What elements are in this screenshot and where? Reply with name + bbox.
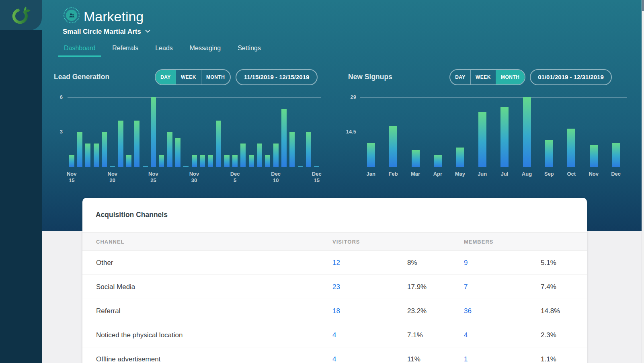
scrollbar-thumb[interactable] bbox=[642, 0, 644, 11]
table-row: Noticed the physical location47.1%42.3% bbox=[82, 323, 587, 347]
x-axis-label: Dec5 bbox=[222, 171, 248, 184]
visitors-count-link[interactable]: 4 bbox=[332, 331, 336, 339]
x-axis-label: Nov30 bbox=[181, 171, 207, 184]
lead-toggle-month[interactable]: MONTH bbox=[201, 70, 230, 84]
lead-interval-toggle: DAY WEEK MONTH bbox=[155, 69, 231, 85]
x-axis-label: May bbox=[447, 171, 473, 177]
acquisition-channels-title: Acquisition Channels bbox=[96, 211, 168, 219]
sidebar bbox=[0, 30, 42, 363]
x-axis-label: Jul bbox=[492, 171, 517, 177]
x-axis-label: Dec10 bbox=[263, 171, 289, 184]
members-count: 7 bbox=[464, 275, 468, 299]
x-axis-label: Sep bbox=[536, 171, 562, 177]
bar bbox=[523, 97, 531, 167]
visitors-count: 4 bbox=[332, 323, 336, 347]
members-count-link[interactable]: 7 bbox=[464, 283, 468, 291]
bar bbox=[240, 144, 246, 167]
section-tabs: Dashboard Referrals Leads Messaging Sett… bbox=[55, 41, 269, 57]
bar bbox=[289, 132, 295, 167]
marketing-section-icon bbox=[64, 7, 80, 23]
members-percent: 2.3% bbox=[541, 323, 556, 347]
lead-toggle-day[interactable]: DAY bbox=[156, 70, 176, 84]
bar bbox=[590, 145, 598, 167]
members-count-link[interactable]: 1 bbox=[464, 355, 468, 363]
members-count-link[interactable]: 9 bbox=[464, 259, 468, 267]
lead-y-tick-3: 3 bbox=[47, 129, 63, 135]
bar bbox=[200, 155, 205, 167]
members-count-link[interactable]: 4 bbox=[464, 331, 468, 339]
members-count: 4 bbox=[464, 323, 468, 347]
page-scrollbar[interactable] bbox=[642, 0, 644, 363]
visitors-percent: 17.9% bbox=[407, 275, 427, 299]
lead-date-range-button[interactable]: 11/15/2019 - 12/15/2019 bbox=[236, 69, 318, 85]
tab-referrals[interactable]: Referrals bbox=[104, 41, 147, 57]
bar bbox=[265, 155, 270, 167]
table-body: Other128%95.1%Social Media2317.9%77.4%Re… bbox=[82, 251, 587, 363]
bar bbox=[110, 166, 115, 167]
tab-messaging[interactable]: Messaging bbox=[181, 41, 229, 57]
lead-generation-chart: Nov15Nov20Nov25Nov30Dec5Dec10Dec15 bbox=[68, 97, 321, 167]
signups-toggle-week[interactable]: WEEK bbox=[470, 70, 496, 84]
visitors-percent: 11% bbox=[407, 347, 420, 363]
x-axis-label: Feb bbox=[380, 171, 406, 177]
bar bbox=[306, 132, 311, 167]
acquisition-channels-card: Acquisition Channels CHANNEL VISITORS ME… bbox=[82, 198, 587, 363]
column-header-visitors: VISITORS bbox=[332, 233, 360, 251]
bar bbox=[208, 155, 213, 167]
signups-toggle-day[interactable]: DAY bbox=[450, 70, 470, 84]
members-percent: 14.8% bbox=[541, 299, 560, 323]
bar bbox=[118, 121, 123, 167]
organization-name: Small Circle Martial Arts bbox=[63, 28, 141, 35]
x-axis-label: Nov20 bbox=[100, 171, 125, 184]
bar bbox=[389, 126, 397, 167]
lead-generation-title: Lead Generation bbox=[54, 73, 109, 81]
members-count: 1 bbox=[464, 347, 468, 363]
table-row: Other128%95.1% bbox=[82, 251, 587, 275]
column-header-members: MEMBERS bbox=[464, 233, 493, 251]
bar bbox=[456, 148, 464, 167]
x-axis-label: Aug bbox=[514, 171, 540, 177]
visitors-count-link[interactable]: 12 bbox=[332, 259, 340, 267]
tab-settings[interactable]: Settings bbox=[229, 41, 269, 57]
visitors-count-link[interactable]: 23 bbox=[332, 283, 340, 291]
members-percent: 1.1% bbox=[541, 347, 556, 363]
table-row: Social Media2317.9%77.4% bbox=[82, 275, 587, 299]
bar bbox=[224, 155, 230, 167]
x-axis-label: Dec bbox=[603, 171, 629, 177]
bar bbox=[159, 155, 164, 167]
chevron-down-icon bbox=[145, 28, 150, 33]
members-count-link[interactable]: 36 bbox=[464, 307, 472, 315]
bar bbox=[183, 166, 189, 167]
tab-dashboard[interactable]: Dashboard bbox=[55, 41, 104, 57]
visitors-count-link[interactable]: 18 bbox=[332, 307, 340, 315]
lead-y-tick-6: 6 bbox=[47, 94, 63, 100]
visitors-count-link[interactable]: 4 bbox=[332, 355, 336, 363]
channel-name: Referral bbox=[96, 299, 120, 323]
x-axis-label: Nov25 bbox=[140, 171, 166, 184]
leaf-circle-logo-icon bbox=[9, 4, 33, 27]
table-row: Offline advertisement411%11.1% bbox=[82, 347, 587, 363]
x-axis-label: Dec15 bbox=[304, 171, 330, 184]
app-logo[interactable] bbox=[0, 0, 42, 30]
bar bbox=[500, 107, 509, 167]
signups-interval-toggle: DAY WEEK MONTH bbox=[449, 69, 525, 85]
gridline bbox=[360, 97, 627, 98]
signups-y-tick-14-5: 14.5 bbox=[340, 129, 356, 135]
channel-name: Social Media bbox=[96, 275, 135, 299]
new-signups-chart: JanFebMarAprMayJunJulAugSepOctNovDec bbox=[360, 97, 627, 167]
bar bbox=[232, 155, 238, 167]
channel-name: Noticed the physical location bbox=[96, 323, 183, 347]
bar bbox=[298, 166, 303, 167]
signups-date-range-button[interactable]: 01/01/2019 - 12/31/2019 bbox=[530, 69, 612, 85]
x-axis-label: Mar bbox=[403, 171, 429, 177]
organization-selector[interactable]: Small Circle Martial Arts bbox=[63, 28, 150, 36]
bar bbox=[69, 155, 74, 167]
bar bbox=[216, 121, 221, 167]
column-header-channel: CHANNEL bbox=[96, 233, 125, 251]
bar bbox=[126, 155, 131, 167]
bar bbox=[367, 143, 375, 167]
signups-toggle-month[interactable]: MONTH bbox=[496, 70, 525, 84]
table-header: CHANNEL VISITORS MEMBERS bbox=[82, 232, 587, 251]
tab-leads[interactable]: Leads bbox=[147, 41, 181, 57]
lead-toggle-week[interactable]: WEEK bbox=[176, 70, 201, 84]
